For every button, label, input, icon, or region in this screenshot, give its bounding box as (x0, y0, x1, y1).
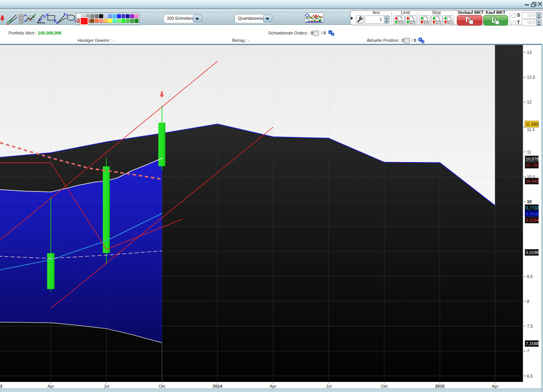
svg-text:+: + (66, 12, 68, 17)
svg-text:α: α (43, 14, 46, 19)
svg-text:11: 11 (527, 150, 531, 154)
svg-text:7,1588: 7,1588 (526, 341, 539, 346)
svg-text:2014: 2014 (213, 384, 222, 389)
svg-text:11,590: 11,590 (526, 122, 539, 126)
svg-text:+: + (56, 21, 58, 25)
svg-text:8: 8 (527, 299, 529, 304)
svg-text:11,5: 11,5 (527, 127, 535, 132)
svg-text:12,5: 12,5 (527, 75, 535, 79)
svg-text:10,878: 10,878 (526, 157, 539, 161)
svg-text:9,5284: 9,5284 (526, 218, 539, 223)
svg-text:13: 13 (527, 50, 532, 55)
svg-text:9,0186: 9,0186 (526, 250, 539, 255)
svg-text:+: + (24, 13, 26, 17)
svg-text:10,790: 10,790 (526, 163, 539, 168)
svg-text:10: 10 (527, 199, 532, 204)
svg-text:7: 7 (527, 349, 529, 353)
svg-text:Apr: Apr (270, 384, 276, 389)
svg-text:9,7733: 9,7733 (526, 205, 539, 210)
svg-text:+: + (24, 19, 26, 23)
svg-text:Okt: Okt (381, 384, 387, 389)
svg-text:6,5: 6,5 (527, 374, 533, 378)
svg-text:Apr: Apr (492, 384, 498, 389)
svg-text:Apr: Apr (47, 384, 54, 389)
svg-text:7,5: 7,5 (527, 324, 533, 328)
svg-text:Jul: Jul (326, 384, 331, 389)
svg-text:Okt: Okt (159, 384, 165, 389)
svg-text:Jul: Jul (104, 384, 109, 389)
svg-text:10,443: 10,443 (526, 179, 539, 183)
svg-text:2015: 2015 (435, 384, 444, 389)
svg-text:12: 12 (527, 100, 532, 104)
svg-text:8,5: 8,5 (527, 274, 533, 279)
svg-text:9,6508: 9,6508 (526, 212, 539, 216)
svg-text:2013: 2013 (0, 384, 2, 389)
